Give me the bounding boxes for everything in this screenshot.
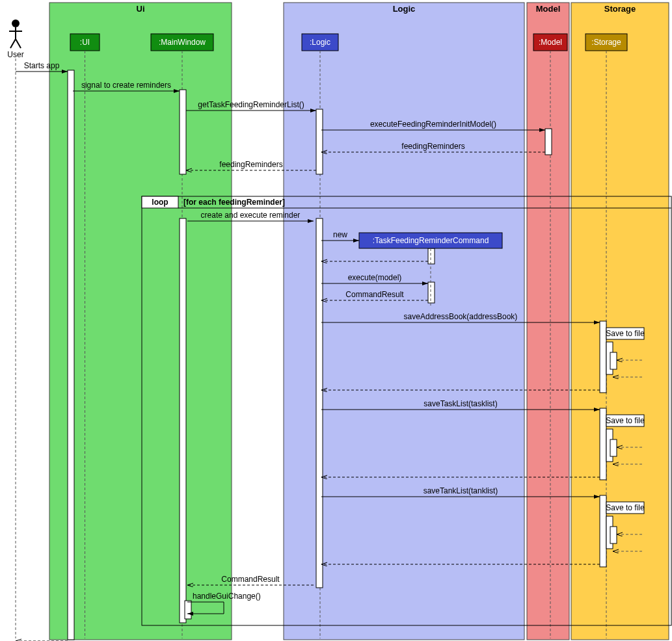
- message-label-9: execute(model): [348, 273, 402, 282]
- message-label-2: getTaskFeedingReminderList(): [198, 100, 304, 109]
- message-label-0: Starts app: [24, 61, 60, 70]
- participant-label-main: :MainWindow: [159, 38, 206, 47]
- svg-rect-7: [610, 352, 617, 369]
- participant-label-model_p: :Model: [539, 38, 562, 47]
- participant-label-tfrc: :TaskFeedingReminderCommand: [373, 236, 489, 245]
- activation-5: [316, 218, 323, 588]
- message-label-10: CommandResult: [345, 290, 404, 299]
- activation-7: [428, 248, 435, 264]
- activation-6: [545, 129, 552, 155]
- message-label-6: create and execute reminder: [201, 211, 301, 220]
- message-label-5: feedingReminders: [219, 160, 282, 169]
- message-label-17: CommandResult: [221, 575, 280, 584]
- save-label-1: Save to file: [606, 416, 645, 425]
- participant-label-logic_p: :Logic: [310, 38, 330, 47]
- lane-ui: [49, 3, 232, 640]
- actor-head: [12, 20, 20, 27]
- actor-label: User: [7, 50, 23, 59]
- lane-title-model: Model: [536, 4, 561, 14]
- selfcall-label-0: handleGuiChange(): [193, 592, 261, 601]
- participant-label-ui_p: :UI: [80, 38, 90, 47]
- lane-title-logic: Logic: [393, 4, 416, 14]
- activation-1: [180, 90, 186, 174]
- lane-model: [527, 3, 569, 640]
- loop-cond: [for each feedingReminder]: [183, 198, 285, 207]
- participant-label-storage_p: :Storage: [591, 38, 621, 47]
- message-label-4: feedingReminders: [401, 142, 464, 151]
- message-label-7: new: [333, 230, 347, 239]
- svg-line-3: [16, 39, 21, 48]
- message-label-11: saveAddressBook(addressBook): [404, 312, 518, 321]
- activation-3: [185, 601, 191, 619]
- message-label-13: saveTaskList(tasklist): [423, 399, 497, 408]
- activation-2: [180, 218, 186, 623]
- svg-line-2: [10, 39, 16, 48]
- activation-0: [68, 70, 74, 640]
- lane-title-ui: Ui: [137, 4, 145, 14]
- activation-4: [316, 109, 323, 174]
- message-label-15: saveTankList(tanklist): [423, 486, 498, 495]
- lane-storage: [571, 3, 669, 640]
- lane-title-storage: Storage: [604, 4, 636, 14]
- save-label-2: Save to file: [606, 503, 645, 512]
- loop-label: loop: [152, 198, 168, 207]
- message-label-1: signal to create reminders: [81, 81, 171, 90]
- message-label-3: executeFeedingReminderInitModel(): [370, 120, 496, 129]
- activation-8: [428, 282, 435, 303]
- save-label-0: Save to file: [606, 329, 645, 338]
- svg-rect-15: [610, 527, 617, 543]
- svg-rect-11: [610, 439, 617, 456]
